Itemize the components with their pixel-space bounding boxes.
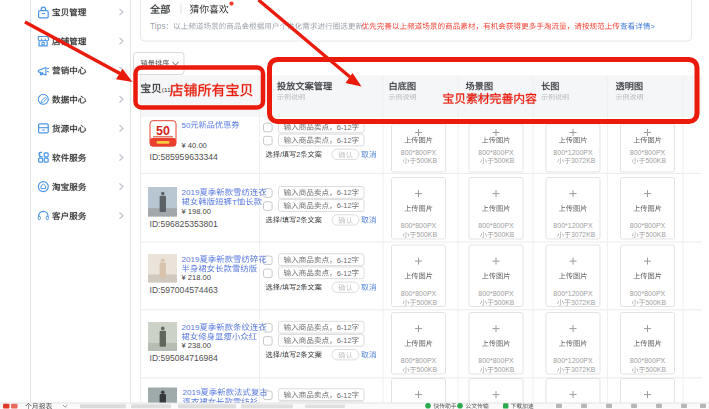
svg-text:ID:585959633344: ID:585959633344: [150, 152, 219, 162]
svg-text:2019: 2019: [182, 323, 200, 332]
svg-text:50: 50: [182, 121, 191, 130]
svg-text:2019: 2019: [183, 388, 201, 397]
svg-text:¥ 218.00: ¥ 218.00: [182, 273, 212, 282]
svg-text:>: >: [650, 22, 654, 31]
svg-text:¥ 238.00: ¥ 238.00: [182, 341, 212, 350]
svg-text:ID:596825353801: ID:596825353801: [150, 219, 219, 229]
svg-text:Tips: Tips: [150, 22, 165, 31]
svg-text:T: T: [232, 198, 237, 207]
svg-text:¥ 198.00: ¥ 198.00: [182, 207, 212, 216]
svg-text:2019: 2019: [182, 188, 200, 197]
svg-text:ID:595084716984: ID:595084716984: [150, 353, 219, 363]
svg-text:ID:597004574463: ID:597004574463: [150, 285, 219, 295]
svg-text:¥ 40.00: ¥ 40.00: [182, 141, 207, 150]
svg-text:2019: 2019: [182, 255, 200, 264]
